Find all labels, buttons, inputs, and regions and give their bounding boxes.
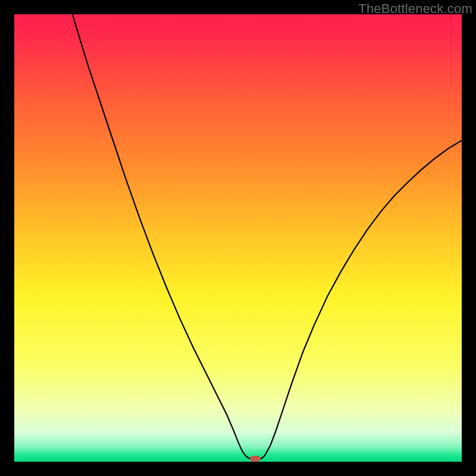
chart-svg <box>14 14 462 462</box>
optimal-point-marker <box>250 456 261 462</box>
chart-frame <box>14 14 462 462</box>
gradient-background <box>14 14 462 462</box>
watermark-text: TheBottleneck.com <box>358 1 472 17</box>
